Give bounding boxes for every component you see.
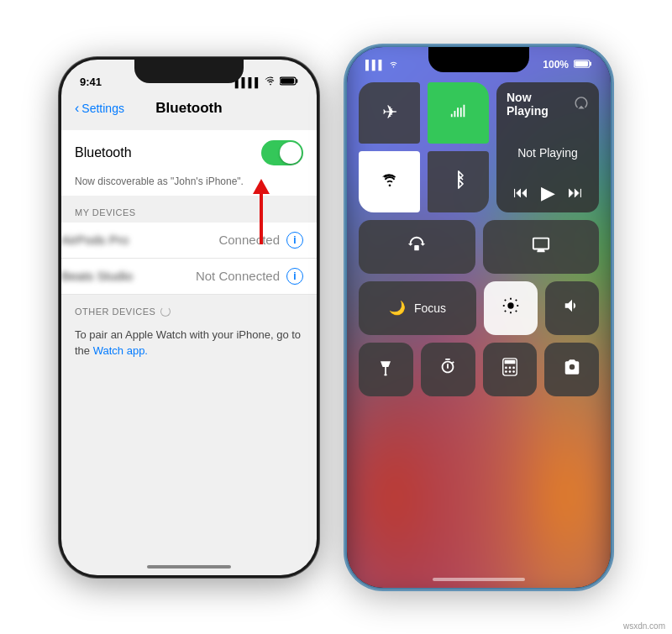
np-title: Now Playing — [507, 91, 574, 118]
svg-point-10 — [507, 302, 513, 308]
timer-btn[interactable] — [421, 343, 475, 396]
next-track-btn[interactable]: ⏭ — [568, 184, 583, 202]
bluetooth-btn[interactable] — [428, 151, 489, 212]
arrow-head — [253, 179, 270, 194]
cc-signal-icon: ▌▌▌ — [365, 60, 385, 70]
cc-row-3: 🌙 Focus — [359, 281, 599, 335]
cc-row-2 — [359, 220, 599, 274]
nav-bar: ‹ Settings Bluetooth — [61, 97, 317, 123]
svg-point-15 — [509, 366, 512, 369]
moon-icon: 🌙 — [389, 300, 406, 316]
focus-btn[interactable]: 🌙 Focus — [359, 281, 476, 335]
control-center: ▌▌▌ 100% — [347, 47, 611, 588]
focus-label: Focus — [414, 301, 446, 315]
rotation-lock-icon — [407, 235, 426, 259]
svg-point-19 — [512, 370, 515, 373]
volume-icon — [563, 296, 581, 319]
wifi-btn[interactable] — [359, 151, 420, 212]
other-devices-section: OTHER DEVICES To pair an Apple Watch wit… — [61, 295, 317, 364]
now-playing-panel: Now Playing Not Playing ⏮ ▶ ⏭ — [496, 82, 599, 212]
left-phone: 9:41 ▌▌▌▌ ‹ Settings Bluetooth Blueto — [59, 57, 319, 578]
rotation-lock-btn[interactable] — [359, 220, 475, 274]
cc-connectivity-grid: ✈ — [359, 82, 489, 212]
bluetooth-control-icon — [452, 170, 465, 193]
watermark: wsxdn.com — [623, 621, 665, 631]
calculator-btn[interactable] — [483, 343, 538, 396]
np-top: Now Playing — [507, 91, 589, 118]
airplane-mode-btn[interactable]: ✈ — [359, 82, 420, 144]
svg-rect-5 — [575, 60, 588, 65]
cc-row-4 — [359, 343, 599, 396]
status-time: 9:41 — [80, 76, 102, 88]
np-content: Not Playing — [507, 136, 589, 163]
np-controls: ⏮ ▶ ⏭ — [507, 182, 589, 204]
device-connected-text: Connected — [218, 233, 280, 247]
battery-icon — [280, 76, 298, 87]
screen-mirror-btn[interactable] — [483, 220, 600, 274]
cc-battery-icon — [574, 59, 592, 71]
svg-point-16 — [512, 366, 515, 369]
device-name-1: AirPods Pro — [61, 233, 129, 247]
wifi-control-icon — [381, 170, 399, 192]
back-label: Settings — [81, 102, 124, 115]
volume-btn[interactable] — [545, 281, 599, 335]
brightness-btn[interactable] — [484, 281, 538, 335]
svg-rect-1 — [296, 79, 297, 82]
play-btn[interactable]: ▶ — [541, 182, 555, 204]
svg-point-14 — [505, 366, 507, 369]
flashlight-btn[interactable] — [359, 343, 413, 396]
bluetooth-toggle-row: Bluetooth — [75, 130, 303, 176]
notch-right — [428, 47, 529, 72]
nav-title: Bluetooth — [155, 100, 222, 117]
svg-rect-11 — [385, 374, 387, 375]
cc-status-right: 100% — [543, 59, 592, 71]
device-info-btn-2[interactable]: i — [286, 268, 303, 285]
home-indicator-right — [433, 578, 525, 581]
watch-app-link[interactable]: Watch app. — [93, 344, 148, 357]
other-header-text: OTHER DEVICES — [75, 307, 155, 317]
brightness-icon — [501, 296, 520, 320]
cc-grid: ✈ — [347, 76, 611, 403]
cc-status-left: ▌▌▌ — [365, 59, 399, 71]
cc-wifi-icon — [388, 59, 399, 71]
airplane-icon: ✈ — [382, 102, 397, 123]
right-phone: ▌▌▌ 100% — [344, 45, 613, 590]
device-not-connected-text: Not Connected — [196, 269, 280, 283]
device-info-btn-1[interactable]: i — [286, 232, 303, 249]
airplay-icon — [574, 95, 589, 113]
camera-icon — [563, 359, 581, 380]
nav-back[interactable]: ‹ Settings — [75, 101, 124, 116]
device-name-2: Beats Studio — [61, 269, 133, 283]
screen-mirror-icon — [532, 235, 550, 259]
cc-row-1: ✈ — [359, 82, 599, 212]
notch-left — [134, 60, 244, 83]
other-devices-header: OTHER DEVICES — [61, 295, 317, 322]
cc-battery-pct: 100% — [543, 59, 569, 71]
toggle-knob — [280, 142, 302, 164]
bluetooth-toggle-section: Bluetooth Now discoverable as "John's iP… — [61, 130, 317, 196]
my-devices-section: AirPods Pro Connected i Beats Studio Not… — [61, 223, 317, 295]
bluetooth-label: Bluetooth — [75, 145, 132, 160]
device-row-2[interactable]: Beats Studio Not Connected i — [61, 259, 317, 295]
svg-point-18 — [509, 370, 512, 373]
bluetooth-toggle[interactable] — [261, 140, 303, 165]
red-arrow — [253, 179, 270, 244]
flashlight-icon — [378, 357, 393, 382]
chevron-left-icon: ‹ — [75, 101, 79, 116]
device-row-1[interactable]: AirPods Pro Connected i — [61, 223, 317, 259]
svg-rect-4 — [590, 61, 591, 65]
svg-rect-2 — [281, 78, 294, 84]
camera-btn[interactable] — [544, 343, 599, 396]
not-playing-label: Not Playing — [507, 146, 589, 160]
prev-track-btn[interactable]: ⏮ — [513, 184, 528, 202]
my-devices-header: MY DEVICES — [61, 196, 317, 223]
cellular-btn[interactable] — [428, 82, 489, 144]
home-indicator-left — [147, 565, 231, 569]
status-icons-right: ▌▌▌▌ — [235, 76, 298, 87]
device-status-2: Not Connected i — [196, 268, 303, 285]
svg-point-17 — [505, 370, 507, 373]
cellular-icon — [449, 102, 468, 124]
calculator-icon — [501, 358, 518, 381]
pair-text: To pair an Apple Watch with your iPhone,… — [61, 322, 317, 364]
arrow-shaft — [260, 194, 263, 244]
